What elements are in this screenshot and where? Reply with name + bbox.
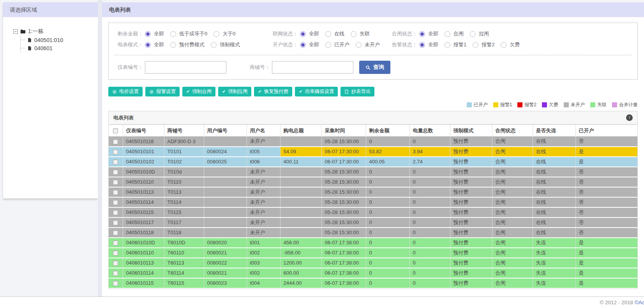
file-icon <box>344 89 349 94</box>
meter-reading-export-button[interactable]: 抄表导出 <box>341 87 374 96</box>
meter-no-input[interactable] <box>145 61 226 74</box>
radio-icon[interactable] <box>356 42 362 48</box>
row-checkbox[interactable] <box>113 139 118 144</box>
radio-option[interactable]: 全部 <box>300 41 319 48</box>
radio-option[interactable]: 全部 <box>145 30 164 37</box>
shop-no-input[interactable] <box>272 61 353 74</box>
radio-option[interactable]: 预付费模式 <box>170 41 205 48</box>
radio-option[interactable]: 强制模式 <box>211 41 240 48</box>
collapse-panel-icon[interactable] <box>626 114 633 121</box>
radio-icon[interactable] <box>470 31 476 37</box>
row-checkbox[interactable] <box>113 261 118 266</box>
radio-option[interactable]: 拉闸 <box>470 30 489 37</box>
radio-option[interactable]: 欠费 <box>501 41 520 48</box>
radio-icon[interactable] <box>145 42 151 48</box>
table-row[interactable]: 0406010115T601150080023t0042444.0006-07 … <box>109 278 637 288</box>
radio-option[interactable]: 全部 <box>145 41 164 48</box>
radio-icon[interactable] <box>501 42 506 48</box>
radio-icon[interactable] <box>473 42 478 48</box>
table-row[interactable]: 0405010114T0114未开户05-28 15:30:0000预付费合闸在… <box>109 197 637 207</box>
radio-icon[interactable] <box>211 42 217 48</box>
radio-icon[interactable] <box>145 31 151 37</box>
table-cell: 0 <box>409 238 450 248</box>
radio-icon[interactable] <box>213 31 219 37</box>
radio-option[interactable]: 全部 <box>419 41 438 48</box>
table-row[interactable]: 0405010113T0113未开户05-28 15:30:0000预付费合闸在… <box>109 187 637 197</box>
radio-icon[interactable] <box>300 31 306 37</box>
table-row[interactable]: 0406010113T601130080022t0031200.0006-07 … <box>109 258 637 268</box>
table-cell: T60114 <box>164 268 204 278</box>
force-open-switch-button[interactable]: ✔强制拉闸 <box>218 87 251 96</box>
table-cell: 0 <box>366 228 409 238</box>
table-row[interactable]: 0405010110T0110未开户05-28 15:30:0000预付费合闸在… <box>109 177 637 187</box>
search-button[interactable]: 查询 <box>359 61 390 74</box>
radio-option[interactable]: 低于或等于0 <box>170 30 207 37</box>
table-cell: 0 <box>409 207 450 217</box>
table-cell: 在线 <box>533 228 575 238</box>
table-row[interactable]: 0405010116ADF300-D 3未开户05-28 15:30:0000预… <box>109 137 637 147</box>
collapse-toggle-icon[interactable] <box>13 29 18 34</box>
radio-option[interactable]: 全部 <box>300 30 319 37</box>
row-checkbox[interactable] <box>113 170 118 175</box>
alarm-settings-button[interactable]: 报警设置 <box>145 87 180 96</box>
table-row[interactable]: 0405010102T01020080025t006400.1106-07 17… <box>109 157 637 167</box>
radio-icon[interactable] <box>325 42 331 48</box>
table-cell: 合闸 <box>492 177 533 187</box>
radio-icon[interactable] <box>170 42 176 48</box>
copyright-link[interactable]: ©Acr <box>635 300 644 305</box>
column-header: 商铺号 <box>164 125 204 137</box>
row-checkbox[interactable] <box>113 271 118 276</box>
row-checkbox[interactable] <box>113 200 118 205</box>
radio-icon[interactable] <box>445 31 450 37</box>
row-checkbox[interactable] <box>113 281 118 286</box>
radio-icon[interactable] <box>419 31 425 37</box>
table-cell: 0 <box>366 238 409 248</box>
table-row[interactable]: 040501010DT010d未开户05-28 15:30:0000预付费合闸在… <box>109 167 637 177</box>
row-checkbox[interactable] <box>113 251 118 256</box>
radio-option[interactable]: 未开户 <box>356 41 380 48</box>
row-checkbox[interactable] <box>113 149 118 154</box>
radio-option[interactable]: 失联 <box>351 30 370 37</box>
table-row[interactable]: 0405010101T01010080024t00554.0906-07 17:… <box>109 147 637 157</box>
row-checkbox[interactable] <box>113 240 118 245</box>
table-row[interactable]: 0405010117T0117未开户05-28 15:30:0000预付费合闸在… <box>109 217 637 228</box>
file-icon <box>27 46 32 51</box>
radio-option[interactable]: 大于0 <box>213 30 235 37</box>
radio-option[interactable]: 已开户 <box>325 41 349 48</box>
radio-icon[interactable] <box>351 31 356 37</box>
table-cell: 05-28 15:30:00 <box>321 197 366 207</box>
table-row[interactable]: 0406010110T601100080021t002-956.0006-07 … <box>109 248 637 258</box>
row-checkbox[interactable] <box>113 180 118 185</box>
tree-item[interactable]: 040501:010 <box>21 36 98 44</box>
row-checkbox[interactable] <box>113 160 118 165</box>
radio-option-label: 全部 <box>428 41 438 48</box>
radio-option[interactable]: 全部 <box>419 30 438 37</box>
table-cell: 0 <box>366 167 409 177</box>
force-close-switch-button[interactable]: ✔强制合闸 <box>182 87 215 96</box>
select-all-checkbox[interactable] <box>113 128 118 133</box>
table-row[interactable]: 040601010DT6010D0080020t001456.0006-07 1… <box>109 238 637 248</box>
radio-icon[interactable] <box>419 42 425 48</box>
row-checkbox[interactable] <box>113 210 118 215</box>
power-threshold-settings-button[interactable]: ✔功率阈值设置 <box>295 87 338 96</box>
price-settings-button[interactable]: 电价设置 <box>108 87 143 96</box>
table-row[interactable]: 0405010115T0115未开户05-28 15:30:0000预付费合闸在… <box>109 207 637 217</box>
radio-icon[interactable] <box>300 42 306 48</box>
tree-item[interactable]: 040601 <box>21 44 98 52</box>
row-checkbox[interactable] <box>113 220 118 225</box>
column-header: 用户名 <box>247 125 280 137</box>
table-row[interactable]: 0406010114T601140080021t002600.0006-07 1… <box>109 268 637 278</box>
radio-option[interactable]: 合闸 <box>445 30 464 37</box>
checkbox-cell <box>109 187 123 197</box>
table-row[interactable]: 0405010118T0118未开户05-28 15:30:0000预付费合闸在… <box>109 228 637 238</box>
radio-option[interactable]: 报警2 <box>473 41 494 48</box>
radio-option[interactable]: 在线 <box>325 30 344 37</box>
radio-icon[interactable] <box>170 31 176 37</box>
row-checkbox[interactable] <box>113 190 118 195</box>
tree-root-node[interactable]: 1:一栋 <box>13 28 98 35</box>
restore-prepaid-button[interactable]: ✔恢复预付费 <box>254 87 292 96</box>
radio-icon[interactable] <box>325 31 331 37</box>
row-checkbox[interactable] <box>113 230 118 235</box>
radio-option[interactable]: 报警1 <box>445 41 466 48</box>
radio-icon[interactable] <box>445 42 450 48</box>
